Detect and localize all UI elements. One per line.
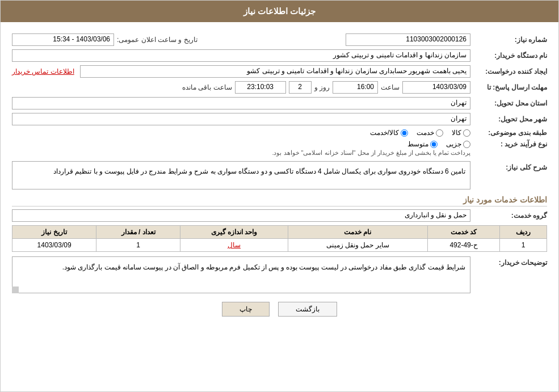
services-table: ردیف کد خدمت نام خدمت واحد اندازه گیری ت… [12,225,547,252]
radio-kala[interactable]: کالا [452,129,470,137]
mohlat-time-label: ساعت [381,83,400,91]
table-row: 1ح-49-492سایر حمل ونقل زمینیسال11403/03/… [12,239,547,252]
radio-jozi[interactable]: جزیی [446,140,470,148]
table-cell: سایر حمل ونقل زمینی [288,239,427,252]
ijad-konande-value: یحیی باهمت شهریور حسابداری سازمان زندانه… [80,65,470,78]
radio-khedmat[interactable]: خدمت [417,129,443,137]
table-cell[interactable]: سال [180,239,288,252]
col-radif: ردیف [500,226,547,239]
radio-khedmat-input[interactable] [436,129,443,137]
table-cell: 1 [500,239,547,252]
radio-motavasset-label: متوسط [407,140,428,148]
radio-motavasset[interactable]: متوسط [407,140,438,148]
contact-link[interactable]: اطلاعات تماس خریدار [12,68,74,75]
nam-dastgah-label: نام دستگاه خریدار: [473,52,547,60]
mohlat-countdown: 23:10:03 [235,81,286,94]
mohlat-date: 1403/03/09 [402,81,470,94]
shomara-niaz-label: شماره نیاز: [473,36,547,44]
shomara-niaz-value: 1103003002000126 [346,33,470,46]
col-nam: نام خدمت [288,226,427,239]
table-cell: ح-49-492 [427,239,500,252]
col-vahed: واحد اندازه گیری [180,226,288,239]
back-button[interactable]: بازگشت [278,302,337,317]
noefar-note: پرداخت تمام یا بخشی از مبلغ خریدار از مح… [272,149,470,157]
ostan-label: استان محل تحویل: [473,99,547,107]
header-title: جزئیات اطلاعات نیاز [243,6,316,16]
print-button[interactable]: چاپ [222,302,270,317]
mohlat-countdown-label: ساعت باقی مانده [182,83,232,91]
ostan-value: تهران [12,97,470,109]
radio-motavasset-input[interactable] [430,141,438,148]
announce-datetime-label: تاریخ و ساعت اعلان عمومی: [117,36,197,44]
table-cell: 1403/03/09 [12,239,96,252]
service-section-title: اطلاعات خدمات مورد نیاز [12,195,547,206]
radio-kala-khedmat-input[interactable] [401,129,408,137]
mohlat-time: 16:00 [333,81,378,94]
tabaqe-label: طبقه بندی موضوعی: [473,129,547,137]
radio-jozi-input[interactable] [463,141,470,148]
ijad-konande-label: ایجاد کننده درخواست: [473,68,547,75]
announce-datetime-value: 1403/03/06 - 15:34 [12,33,114,46]
table-cell: 1 [96,239,180,252]
col-tarikh: تاریخ نیاز [12,226,96,239]
buyer-notes-label: توضیحات خریدار: [473,256,547,267]
col-tedad: تعداد / مقدار [96,226,180,239]
radio-kala-label: کالا [452,129,461,137]
sharh-value: تامین 6 دستگاه خودروی سواری برای یکسال ش… [12,161,470,189]
radio-jozi-label: جزیی [446,140,461,148]
radio-kala-khedmat-label: کالا/خدمت [370,129,399,137]
radio-khedmat-label: خدمت [417,129,434,137]
shahr-label: شهر محل تحویل: [473,115,547,123]
page-header: جزئیات اطلاعات نیاز [1,1,558,22]
sharh-label: شرح کلی نیاز: [473,161,547,171]
mohlat-label: مهلت ارسال پاسخ: تا [473,83,547,91]
buyer-notes-value: شرایط قیمت گذاری طبق مفاد درخواستی در لی… [12,256,470,293]
radio-kala-khedmat[interactable]: کالا/خدمت [370,129,408,137]
group-label: گروه خدمت: [473,212,547,220]
noefar-label: نوع فرآیند خرید : [473,140,547,148]
radio-kala-input[interactable] [463,129,470,137]
shahr-value: تهران [12,113,470,125]
resize-handle[interactable] [12,286,19,293]
button-row: بازگشت چاپ [12,302,547,317]
mohlat-rooz-label: روز و [314,83,330,91]
nam-dastgah-value: سازمان زندانها و اقدامات تامینی و تربیتی… [12,49,470,62]
tabaqe-radio-group: کالا خدمت کالا/خدمت [370,129,470,137]
mohlat-rooz-value: 2 [289,81,312,94]
col-kod: کد خدمت [427,226,500,239]
group-value: حمل و نقل و انبارداری [12,209,470,222]
noefar-radio-group: جزیی متوسط [272,140,470,148]
